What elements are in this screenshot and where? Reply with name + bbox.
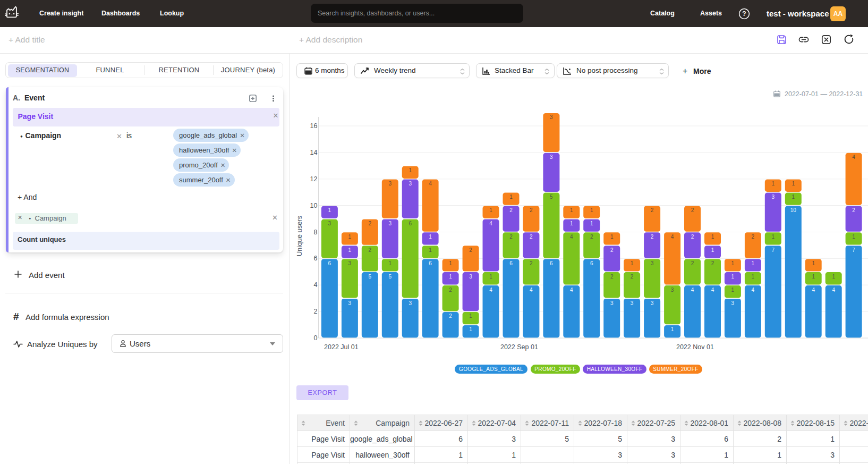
svg-text:2: 2 xyxy=(449,287,452,293)
svg-text:?: ? xyxy=(742,10,746,18)
svg-text:4: 4 xyxy=(570,287,573,293)
svg-text:2022 Sep 01: 2022 Sep 01 xyxy=(500,343,538,351)
svg-text:3: 3 xyxy=(388,181,392,187)
svg-text:1: 1 xyxy=(469,326,472,332)
svg-text:1: 1 xyxy=(570,221,573,226)
svg-text:2: 2 xyxy=(610,274,614,280)
svg-text:2: 2 xyxy=(651,207,654,213)
svg-text:4: 4 xyxy=(852,154,855,160)
svg-text:4: 4 xyxy=(832,287,835,293)
svg-text:4: 4 xyxy=(429,181,432,187)
svg-text:1: 1 xyxy=(812,274,815,280)
svg-text:1: 1 xyxy=(711,234,714,240)
svg-text:1: 1 xyxy=(449,260,452,266)
svg-text:3: 3 xyxy=(651,260,654,266)
svg-text:4: 4 xyxy=(691,287,694,293)
svg-text:1: 1 xyxy=(429,247,432,253)
svg-text:1: 1 xyxy=(772,181,775,187)
svg-text:2: 2 xyxy=(691,234,694,240)
svg-text:Unique users: Unique users xyxy=(295,215,303,256)
svg-text:1: 1 xyxy=(671,326,674,332)
svg-text:2: 2 xyxy=(369,247,372,253)
svg-text:1: 1 xyxy=(852,234,855,240)
svg-text:1: 1 xyxy=(792,194,795,200)
svg-text:2: 2 xyxy=(449,313,452,319)
svg-text:3: 3 xyxy=(550,114,553,120)
svg-text:2: 2 xyxy=(691,260,694,266)
svg-text:3: 3 xyxy=(550,154,553,160)
svg-text:2: 2 xyxy=(590,234,593,240)
svg-text:5: 5 xyxy=(550,194,553,200)
svg-text:2: 2 xyxy=(509,207,513,213)
svg-text:10: 10 xyxy=(310,202,318,209)
svg-text:1: 1 xyxy=(328,207,331,213)
svg-text:1: 1 xyxy=(792,181,795,187)
svg-text:1: 1 xyxy=(348,234,352,240)
svg-text:2: 2 xyxy=(530,234,533,240)
svg-text:1: 1 xyxy=(570,207,573,213)
svg-text:1: 1 xyxy=(731,287,735,293)
svg-text:4: 4 xyxy=(570,234,573,240)
svg-text:3: 3 xyxy=(469,274,472,280)
svg-text:1: 1 xyxy=(489,274,492,280)
svg-text:1: 1 xyxy=(711,247,714,253)
svg-text:4: 4 xyxy=(711,287,714,293)
svg-text:3: 3 xyxy=(671,287,674,293)
svg-text:1: 1 xyxy=(832,274,835,280)
svg-text:2: 2 xyxy=(530,260,533,266)
svg-text:2: 2 xyxy=(509,234,513,240)
svg-text:7: 7 xyxy=(852,247,855,253)
svg-text:1: 1 xyxy=(631,260,634,266)
svg-text:4: 4 xyxy=(530,287,533,293)
svg-text:3: 3 xyxy=(731,300,735,306)
svg-text:2: 2 xyxy=(852,207,855,213)
svg-text:6: 6 xyxy=(509,260,513,266)
svg-text:1: 1 xyxy=(388,260,392,266)
svg-text:3: 3 xyxy=(348,300,352,306)
svg-text:3: 3 xyxy=(348,260,352,266)
svg-text:1: 1 xyxy=(812,260,815,266)
svg-text:3: 3 xyxy=(651,300,654,306)
svg-text:3: 3 xyxy=(409,181,412,187)
svg-text:1: 1 xyxy=(731,260,735,266)
svg-text:5: 5 xyxy=(369,274,372,280)
svg-text:2: 2 xyxy=(314,308,318,315)
svg-text:1: 1 xyxy=(489,207,492,213)
svg-text:7: 7 xyxy=(772,247,775,253)
svg-text:6: 6 xyxy=(429,260,432,266)
svg-text:6: 6 xyxy=(314,255,318,262)
svg-text:2022 Jul 01: 2022 Jul 01 xyxy=(324,343,359,351)
svg-text:1: 1 xyxy=(731,274,735,280)
svg-text:2: 2 xyxy=(651,234,654,240)
svg-text:1: 1 xyxy=(590,221,593,226)
svg-text:2: 2 xyxy=(631,274,634,280)
svg-text:6: 6 xyxy=(328,260,331,266)
svg-text:8: 8 xyxy=(314,229,318,236)
svg-text:4: 4 xyxy=(489,221,492,226)
svg-text:2: 2 xyxy=(711,260,714,266)
svg-text:1: 1 xyxy=(752,274,755,280)
svg-text:1: 1 xyxy=(469,313,472,319)
svg-text:3: 3 xyxy=(388,221,392,226)
svg-text:1: 1 xyxy=(509,194,513,200)
svg-text:2: 2 xyxy=(530,207,533,213)
svg-text:4: 4 xyxy=(314,281,318,289)
svg-text:1: 1 xyxy=(590,207,593,213)
svg-text:2: 2 xyxy=(752,234,755,240)
svg-text:1: 1 xyxy=(409,167,412,173)
svg-text:2: 2 xyxy=(469,247,472,253)
svg-text:6: 6 xyxy=(409,221,412,226)
svg-text:4: 4 xyxy=(752,287,755,293)
svg-text:4: 4 xyxy=(671,234,674,240)
svg-text:3: 3 xyxy=(409,300,412,306)
svg-text:2: 2 xyxy=(691,207,694,213)
svg-text:3: 3 xyxy=(610,300,614,306)
svg-text:4: 4 xyxy=(812,287,815,293)
svg-text:14: 14 xyxy=(310,149,318,156)
svg-text:0: 0 xyxy=(314,334,318,342)
svg-text:1: 1 xyxy=(610,234,614,240)
svg-text:10: 10 xyxy=(790,207,797,213)
svg-text:16: 16 xyxy=(310,122,318,130)
svg-text:1: 1 xyxy=(752,260,755,266)
svg-text:12: 12 xyxy=(310,175,318,183)
